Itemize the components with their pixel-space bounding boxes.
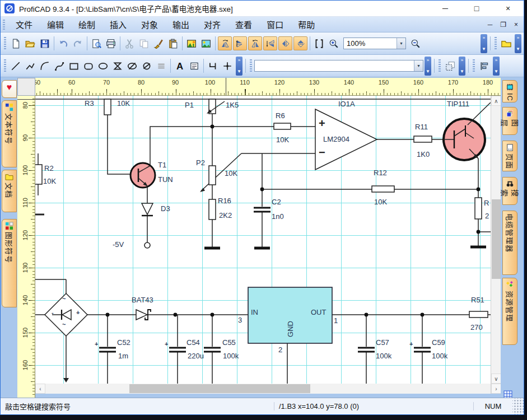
tab-text-symbols[interactable]: 文本符号	[2, 100, 17, 167]
scroll-right-button[interactable]: ›	[491, 384, 501, 394]
label-ic-out[interactable]: OUT	[311, 309, 326, 317]
toolbar-overflow-button[interactable]: »▼	[493, 57, 500, 76]
resistor-r16[interactable]	[209, 199, 216, 220]
label-lm2904[interactable]: LM2904	[323, 136, 349, 144]
toolbar-overflow-button[interactable]: »▼	[515, 34, 521, 53]
ellipse-slash-tool-button[interactable]	[125, 59, 139, 73]
label-r13-value-partial[interactable]: 2	[485, 212, 489, 221]
label-r11-value[interactable]: 1K0	[417, 151, 430, 159]
toolbar-grip[interactable]	[4, 59, 6, 73]
mirror-left-button[interactable]	[293, 36, 307, 50]
label-c57-value[interactable]: 100k	[376, 352, 391, 361]
label-r3[interactable]: R3	[85, 100, 94, 108]
label-tip111[interactable]: TIP111	[447, 100, 469, 109]
resistor-r6[interactable]	[274, 123, 291, 129]
label-r16[interactable]: R16	[218, 197, 231, 206]
ellipse-tool-button[interactable]	[96, 59, 110, 73]
align-tool-button[interactable]	[477, 59, 492, 73]
label-r16-value[interactable]: 2K2	[219, 212, 232, 220]
tab-layers[interactable]: 图层	[502, 107, 517, 135]
label-pin-1[interactable]: 1	[334, 317, 338, 325]
toolbar-overflow-button[interactable]: »▼	[459, 57, 465, 76]
arc-tool-button[interactable]	[38, 59, 52, 73]
format-painter-button[interactable]	[151, 36, 166, 51]
symbol-search-combo[interactable]: ▼	[254, 60, 423, 72]
close-button[interactable]: ×	[492, 1, 524, 16]
scroll-down-button[interactable]: ∨	[491, 374, 501, 384]
zoom-window-button[interactable]	[312, 36, 327, 51]
menu-view[interactable]: 查看	[228, 17, 259, 32]
toolbar-grip[interactable]	[439, 59, 441, 73]
toolbar-overflow-button[interactable]: »▼	[425, 57, 431, 76]
menu-help[interactable]: 帮助	[291, 17, 322, 32]
undo-button[interactable]	[56, 36, 71, 51]
new-button[interactable]	[8, 36, 23, 51]
mdi-close-button[interactable]: ×	[514, 21, 518, 29]
label-bat43[interactable]: BAT43	[132, 296, 153, 305]
label-r12-value[interactable]: 10K	[374, 198, 387, 207]
label-r13-partial[interactable]: R	[484, 199, 489, 208]
chevron-down-icon[interactable]: ▼	[414, 60, 423, 71]
polyline-tool-button[interactable]	[23, 59, 38, 73]
hourglass-tool-button[interactable]	[110, 59, 125, 73]
label-ic-in[interactable]: IN	[251, 309, 258, 317]
zoom-out-button[interactable]	[408, 36, 423, 51]
label-d3[interactable]: D3	[161, 205, 170, 213]
minimize-button[interactable]: ─	[430, 1, 461, 16]
label-r51-value[interactable]: 270	[470, 324, 483, 332]
label-c55[interactable]: C55	[222, 339, 236, 347]
tab-graphic-symbols[interactable]: 图形符号	[2, 219, 17, 307]
scroll-left-button[interactable]: ‹	[35, 384, 45, 394]
flip-vertical-button[interactable]	[233, 36, 247, 50]
maximize-button[interactable]: □	[461, 1, 492, 16]
rotate-right-button[interactable]	[248, 36, 262, 50]
resistor-r3[interactable]	[104, 99, 111, 115]
export-image-button[interactable]	[199, 36, 213, 51]
menu-file[interactable]: 文件	[8, 17, 40, 32]
tab-search[interactable]: 搜索	[502, 177, 517, 205]
chevron-down-icon[interactable]: ▼	[397, 38, 405, 49]
flip-down-button[interactable]	[263, 36, 277, 50]
toolbar-overflow-button[interactable]: »▼	[236, 57, 242, 76]
toolbar-overflow-button[interactable]: »▼	[481, 34, 487, 53]
open-button[interactable]	[23, 36, 38, 51]
mdi-minimize-button[interactable]: ─	[488, 21, 493, 29]
label-c52[interactable]: C52	[117, 339, 130, 347]
tab-ic[interactable]: IC	[502, 80, 517, 102]
cross-point-tool-button[interactable]	[220, 59, 235, 73]
label-p2-value[interactable]: 10K	[225, 170, 237, 178]
terminal-minus5v[interactable]	[144, 242, 150, 248]
menu-grip[interactable]	[3, 20, 5, 30]
schematic-canvas[interactable]: R3 10K P1 1K5 R6 10K IO1A LM2904 R11 1K0…	[35, 96, 491, 384]
label-r3-value[interactable]: 10K	[117, 100, 130, 108]
line-tool-button[interactable]	[8, 59, 23, 73]
resistor-r11[interactable]	[414, 136, 432, 142]
label-p1-value[interactable]: 1K5	[226, 101, 239, 110]
zoom-in-button[interactable]	[327, 36, 341, 51]
label-p2[interactable]: P2	[196, 159, 205, 167]
vertical-scrollbar-thumb[interactable]	[492, 199, 501, 279]
label-c57[interactable]: C57	[376, 339, 389, 347]
label-r51[interactable]: R51	[471, 296, 484, 305]
horizontal-scrollbar-thumb[interactable]	[129, 384, 310, 393]
label-pin-2[interactable]: 2	[278, 346, 282, 354]
cut-button[interactable]	[122, 36, 137, 51]
label-c59-value[interactable]: 100k	[432, 352, 447, 361]
label-c2-value[interactable]: 1n0	[272, 213, 284, 221]
menu-object[interactable]: 对象	[134, 17, 165, 32]
label-t1[interactable]: T1	[158, 161, 166, 170]
label-r11[interactable]: R11	[415, 123, 428, 132]
menu-window[interactable]: 窗口	[259, 17, 291, 32]
toolbar-grip[interactable]	[473, 59, 475, 73]
scroll-up-button[interactable]: ∧	[491, 96, 501, 106]
rectangle-tool-button[interactable]	[67, 59, 81, 73]
label-r12[interactable]: R12	[374, 169, 387, 178]
print-button[interactable]	[104, 36, 118, 51]
resistor-r12[interactable]	[372, 186, 394, 192]
toolbar-grip[interactable]	[495, 37, 497, 50]
label-r6-value[interactable]: 10K	[276, 136, 289, 144]
resistor-r2[interactable]	[35, 165, 42, 184]
label-c52-value[interactable]: 1m	[118, 352, 128, 361]
label-t1-value[interactable]: TUN	[158, 176, 173, 184]
print-preview-button[interactable]	[89, 36, 104, 51]
